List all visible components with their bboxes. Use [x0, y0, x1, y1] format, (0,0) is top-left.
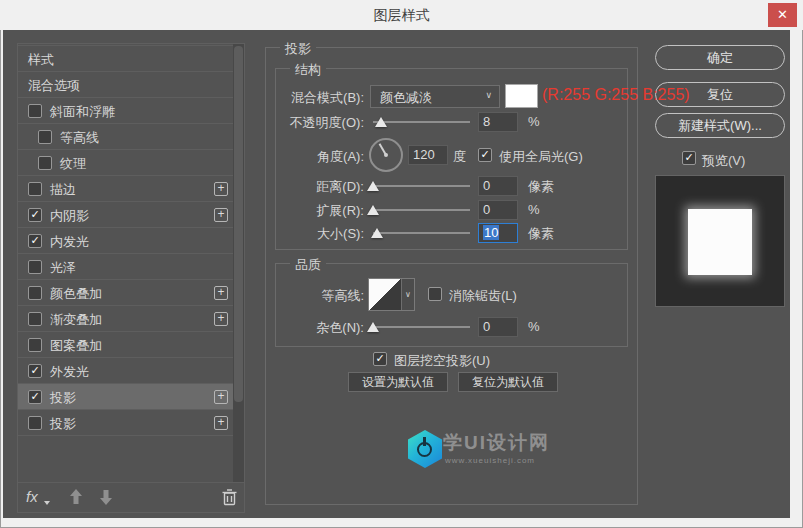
sidebar-item-label: 内发光 — [50, 233, 89, 251]
sidebar-item-label: 图案叠加 — [50, 337, 102, 355]
shadow-color-swatch[interactable] — [505, 84, 538, 108]
global-light-label: 使用全局光(G) — [499, 148, 583, 166]
scrollbar-thumb[interactable] — [234, 46, 243, 402]
sidebar-item-label: 纹理 — [60, 155, 86, 173]
slider-thumb[interactable] — [367, 181, 379, 191]
sidebar-item[interactable]: 样式 — [18, 46, 233, 72]
angle-unit: 度 — [453, 148, 466, 166]
slider-thumb[interactable] — [375, 117, 387, 127]
noise-input[interactable]: 0 — [478, 317, 518, 337]
distance-unit: 像素 — [528, 178, 554, 196]
sidebar-item-label: 内阴影 — [50, 207, 89, 225]
sidebar-item-label: 描边 — [50, 181, 76, 199]
sidebar-item-label: 混合选项 — [28, 77, 80, 95]
slider-track — [373, 121, 470, 123]
noise-label: 杂色(N): — [245, 319, 364, 337]
move-down-button[interactable] — [98, 488, 114, 506]
set-default-button[interactable]: 设置为默认值 — [348, 372, 448, 392]
add-effect-icon[interactable]: + — [214, 286, 228, 300]
sidebar-item[interactable]: ✓投影+ — [18, 384, 233, 410]
slider-track — [373, 326, 470, 328]
delete-effect-button[interactable] — [222, 489, 237, 506]
sidebar-item-label: 等高线 — [60, 129, 99, 147]
size-slider[interactable] — [373, 227, 470, 239]
effect-enabled-checkbox[interactable] — [28, 312, 42, 326]
sidebar-item[interactable]: 颜色叠加+ — [18, 280, 233, 306]
add-effect-icon[interactable]: + — [214, 416, 228, 430]
global-light-checkbox[interactable]: ✓ — [478, 148, 492, 162]
effect-enabled-checkbox[interactable] — [28, 416, 42, 430]
new-style-button[interactable]: 新建样式(W)... — [655, 113, 785, 138]
opacity-slider[interactable] — [373, 116, 470, 128]
sidebar-item[interactable]: 描边+ — [18, 176, 233, 202]
distance-slider[interactable] — [373, 180, 470, 192]
sidebar-item[interactable]: 光泽 — [18, 254, 233, 280]
antialias-checkbox[interactable] — [428, 287, 442, 301]
sidebar-item-label: 渐变叠加 — [50, 311, 102, 329]
sidebar-item[interactable]: 混合选项 — [18, 72, 233, 98]
chevron-down-icon[interactable]: ∨ — [401, 279, 414, 310]
size-unit: 像素 — [528, 225, 554, 243]
contour-picker[interactable]: ∨ — [368, 278, 415, 311]
sidebar-toolbar: fx — [18, 482, 244, 512]
preview-checkbox[interactable]: ✓ — [682, 151, 696, 165]
effect-enabled-checkbox[interactable] — [28, 104, 42, 118]
add-effect-icon[interactable]: + — [214, 312, 228, 326]
effect-enabled-checkbox[interactable] — [38, 156, 52, 170]
move-up-button[interactable] — [68, 488, 84, 506]
effect-enabled-checkbox[interactable]: ✓ — [28, 234, 42, 248]
fx-menu-button[interactable]: fx — [26, 488, 38, 505]
slider-thumb[interactable] — [367, 205, 379, 215]
sidebar-item[interactable]: 图案叠加 — [18, 332, 233, 358]
knockout-checkbox[interactable]: ✓ — [373, 352, 387, 366]
slider-thumb[interactable] — [371, 228, 383, 238]
sidebar-scrollbar[interactable] — [233, 44, 244, 482]
effect-enabled-checkbox[interactable]: ✓ — [28, 208, 42, 222]
effect-enabled-checkbox[interactable]: ✓ — [28, 364, 42, 378]
sidebar-item[interactable]: ✓内发光 — [18, 228, 233, 254]
preview-label: 预览(V) — [702, 152, 745, 170]
angle-label: 角度(A): — [245, 148, 364, 166]
sidebar-item[interactable]: 纹理 — [18, 150, 233, 176]
close-button[interactable]: ✕ — [768, 3, 797, 27]
add-effect-icon[interactable]: + — [214, 390, 228, 404]
sidebar-item[interactable]: 斜面和浮雕 — [18, 98, 233, 124]
effect-enabled-checkbox[interactable] — [28, 338, 42, 352]
preview-thumbnail — [688, 209, 752, 275]
watermark-url: www.xueuisheji.com — [445, 456, 535, 465]
opacity-input[interactable]: 8 — [478, 112, 518, 132]
distance-label: 距离(D): — [245, 178, 364, 196]
sidebar-item[interactable]: 渐变叠加+ — [18, 306, 233, 332]
sidebar-item[interactable]: ✓外发光 — [18, 358, 233, 384]
add-effect-icon[interactable]: + — [214, 208, 228, 222]
noise-unit: % — [528, 319, 540, 334]
spread-input[interactable]: 0 — [478, 200, 518, 220]
distance-input[interactable]: 0 — [478, 176, 518, 196]
size-input[interactable]: 10 — [478, 223, 518, 243]
effect-enabled-checkbox[interactable] — [28, 260, 42, 274]
reset-default-button[interactable]: 复位为默认值 — [458, 372, 558, 392]
angle-input[interactable]: 120 — [408, 145, 448, 165]
effect-enabled-checkbox[interactable]: ✓ — [28, 390, 42, 404]
slider-thumb[interactable] — [367, 322, 379, 332]
blend-mode-select[interactable]: 颜色减淡 ∨ — [370, 85, 500, 108]
sidebar-item[interactable]: 等高线 — [18, 124, 233, 150]
add-effect-icon[interactable]: + — [214, 182, 228, 196]
sidebar-item-label: 外发光 — [50, 363, 89, 381]
antialias-label: 消除锯齿(L) — [449, 287, 517, 305]
ok-button[interactable]: 确定 — [655, 45, 785, 70]
sidebar-item[interactable]: 投影+ — [18, 410, 233, 436]
size-label: 大小(S): — [245, 225, 364, 243]
angle-dial[interactable] — [369, 138, 403, 172]
sidebar-item[interactable]: ✓内阴影+ — [18, 202, 233, 228]
panel-title: 投影 — [280, 40, 316, 58]
effect-enabled-checkbox[interactable] — [28, 286, 42, 300]
sidebar-item-label: 投影 — [50, 389, 76, 407]
layer-style-dialog: 图层样式 ✕ 样式混合选项斜面和浮雕等高线纹理描边+✓内阴影+✓内发光光泽颜色叠… — [0, 0, 803, 528]
effect-enabled-checkbox[interactable] — [28, 182, 42, 196]
sidebar-item-label: 斜面和浮雕 — [50, 103, 115, 121]
fx-caret-icon — [44, 501, 50, 505]
effect-enabled-checkbox[interactable] — [38, 130, 52, 144]
noise-slider[interactable] — [373, 321, 470, 333]
spread-slider[interactable] — [373, 204, 470, 216]
